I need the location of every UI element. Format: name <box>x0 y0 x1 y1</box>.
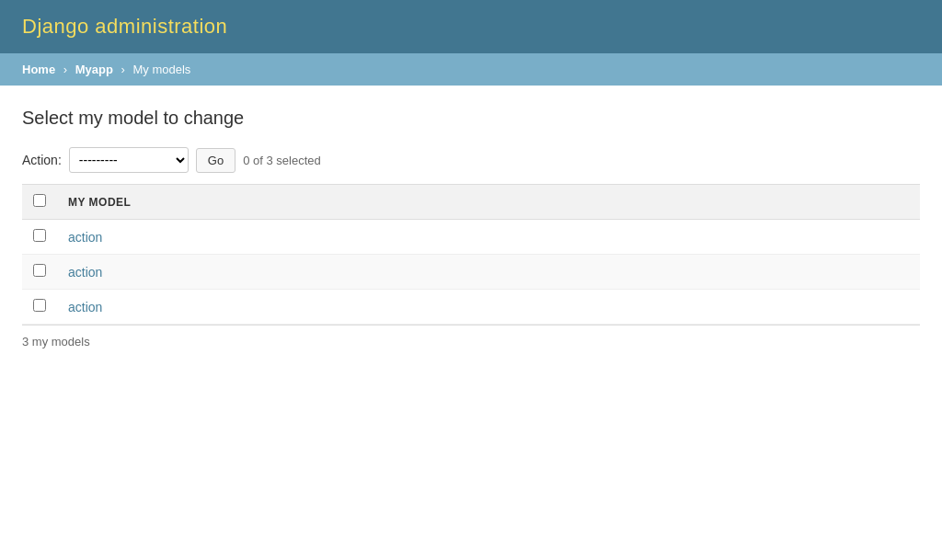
site-header: Django administration <box>0 0 942 53</box>
breadcrumb-bar: Home › Myapp › My models <box>0 53 942 86</box>
selected-count: 0 of 3 selected <box>243 154 321 167</box>
breadcrumb-app[interactable]: Myapp <box>75 63 113 76</box>
breadcrumb-current: My models <box>132 63 190 76</box>
main-content: Select my model to change Action: ------… <box>0 86 942 380</box>
row-link[interactable]: action <box>68 300 102 314</box>
go-button[interactable]: Go <box>196 148 236 173</box>
row-label-cell: action <box>57 290 920 325</box>
result-count: 3 my models <box>22 325 920 358</box>
table-body: actionactionaction <box>22 220 920 325</box>
row-label-cell: action <box>57 220 920 255</box>
table-header-row: MY MODEL <box>22 185 920 220</box>
breadcrumb-separator-1: › <box>63 63 67 76</box>
table-row: action <box>22 290 920 325</box>
column-header-mymodel: MY MODEL <box>57 185 920 220</box>
row-checkbox-cell <box>22 290 57 325</box>
row-checkbox[interactable] <box>33 229 46 242</box>
row-link[interactable]: action <box>68 265 102 280</box>
select-all-col <box>22 185 57 220</box>
site-title: Django administration <box>22 15 920 39</box>
select-all-checkbox[interactable] <box>33 194 46 207</box>
action-label: Action: <box>22 153 62 167</box>
table-row: action <box>22 220 920 255</box>
page-title: Select my model to change <box>22 108 920 129</box>
actions-bar: Action: --------- Go 0 of 3 selected <box>22 147 920 173</box>
row-link[interactable]: action <box>68 230 102 245</box>
row-checkbox[interactable] <box>33 299 46 312</box>
results-table: MY MODEL actionactionaction <box>22 184 920 325</box>
row-checkbox-cell <box>22 255 57 290</box>
table-row: action <box>22 255 920 290</box>
row-checkbox[interactable] <box>33 264 46 277</box>
breadcrumb-separator-2: › <box>121 63 125 76</box>
breadcrumb-home[interactable]: Home <box>22 63 55 76</box>
row-label-cell: action <box>57 255 920 290</box>
action-select[interactable]: --------- <box>69 147 189 173</box>
table-head: MY MODEL <box>22 185 920 220</box>
row-checkbox-cell <box>22 220 57 255</box>
